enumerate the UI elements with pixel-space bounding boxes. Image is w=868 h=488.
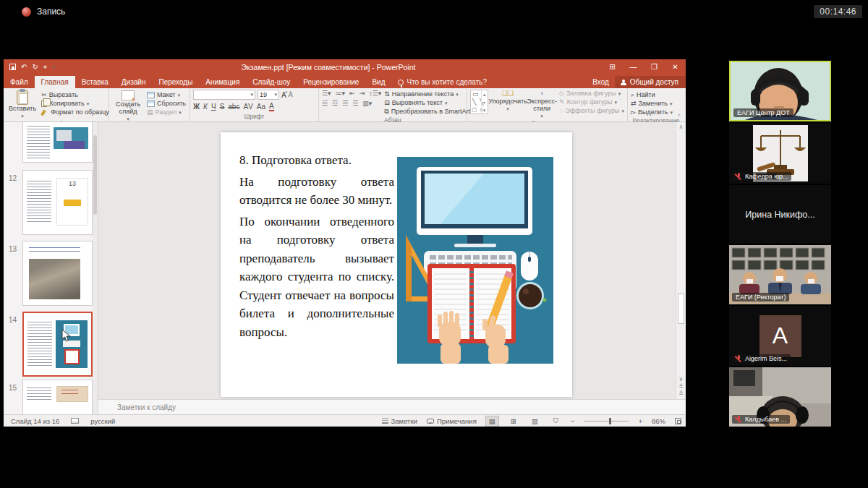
touch-mode-icon[interactable]: ⌖ [43,63,48,72]
next-slide-icon[interactable]: ≚ [676,390,686,398]
title-bar[interactable]: ↶ ↻ ⌖ ▾ Экзамен.ppt [Режим совместимости… [4,59,686,74]
notes-toggle[interactable]: Заметки [382,417,417,425]
shape-effects-button[interactable]: ◌Эффекты фигуры▾ [559,107,624,115]
collapse-ribbon-icon[interactable]: ＾ [676,112,682,120]
participant-tile-kafedra[interactable]: Кафедра юр... [729,123,831,184]
comments-toggle[interactable]: Примечания [427,417,477,425]
tell-me-box[interactable]: Что вы хотите сделать? [391,76,493,88]
layout-button[interactable]: Макет▾ [147,91,186,99]
participant-tile-aigerim[interactable]: A Aigerim Beis... [729,306,831,366]
shape-fill-button[interactable]: ◇Заливка фигуры▾ [559,90,624,98]
participant-tile-kaldybaev[interactable]: Калдыбаев ... [729,367,831,427]
scrollbar-thumb[interactable] [678,294,684,324]
slide-text-block[interactable]: 8. Подготовка ответа. На подготовку отве… [239,151,394,344]
window-controls[interactable]: ⊞ — ❐ ✕ [602,59,686,74]
scroll-down-icon[interactable]: ∨ [676,376,686,383]
notes-pane[interactable]: Заметки к слайду [98,399,686,414]
replace-button[interactable]: ⇄Заменить▾ [631,100,681,108]
language-label[interactable]: русский [90,417,115,425]
thumbnail-slide-12[interactable]: 13 [22,170,93,235]
thumbnail-slide-15[interactable] [22,380,93,414]
fit-to-window-icon[interactable] [675,418,681,424]
underline-button[interactable]: Ч [211,103,216,111]
sign-in-button[interactable]: Вход [587,76,615,88]
tab-design[interactable]: Дизайн [115,76,153,88]
zoom-level[interactable]: 86% [652,417,665,425]
font-color-button[interactable]: А [269,102,274,111]
zoom-in-button[interactable]: + [638,417,642,425]
ribbon-options-icon[interactable]: ⊞ [602,59,623,74]
cut-button[interactable]: ✂Вырезать [41,91,109,99]
strikethrough-button[interactable]: S [220,103,225,111]
indent-increase-button[interactable]: ⇥ [359,90,365,97]
shapes-gallery[interactable]: ▭ ╲ ╲ □ ○ □ △ ⌒ ⌒ ⇨ ⇩ ◠ ☆ ▲▾▼ [470,90,488,114]
tab-file[interactable]: Файл [4,76,35,88]
format-painter-button[interactable]: Формат по образцу [41,108,109,116]
reading-view-button[interactable]: ▥ [529,416,541,426]
tab-transitions[interactable]: Переходы [152,76,199,88]
select-button[interactable]: ▻Выделить▾ [631,108,681,116]
bullets-button[interactable]: ☰▾ [322,90,331,97]
vertical-scrollbar[interactable]: ∧ ∨ ≙ ≚ [676,122,686,399]
text-direction-button[interactable]: ⇅Направление текста▾ [384,90,475,98]
thumbnail-scrollbar[interactable] [93,122,98,414]
shape-outline-button[interactable]: ✎Контур фигуры▾ [559,98,624,106]
copy-button[interactable]: Копировать▾ [41,100,109,108]
grow-font-button[interactable]: А̂ [281,91,286,99]
restore-icon[interactable]: ❐ [644,59,665,74]
participant-tile-irina[interactable]: Ирина Никифо... [729,185,831,244]
participant-tile-eagi-dot[interactable]: ЕАГИ Центр ДОТ [729,61,831,121]
zoom-slider[interactable] [584,421,629,421]
bold-button[interactable]: Ж [193,103,200,111]
save-icon[interactable] [9,64,16,70]
share-button[interactable]: Общий доступ [615,76,686,88]
section-button[interactable]: ▤Раздел▾ [147,108,186,116]
justify-button[interactable]: ☰ [352,100,358,107]
font-size-combo[interactable]: 19▾ [258,90,279,100]
clear-format-button[interactable]: abc [228,103,239,111]
slide-sorter-view-button[interactable]: ⊞ [508,416,519,426]
reset-button[interactable]: Сбросить [147,100,186,108]
scroll-up-icon[interactable]: ∧ [676,124,686,130]
recording-indicator[interactable]: Запись [22,7,65,17]
shrink-font-button[interactable]: А̌ [289,91,293,98]
numbering-button[interactable]: ≔▾ [336,90,346,97]
align-text-button[interactable]: ⊟Выровнять текст▾ [384,99,475,107]
undo-icon[interactable]: ↶ [21,63,27,71]
redo-icon[interactable]: ↻ [32,63,38,71]
columns-button[interactable]: ▥▾ [362,100,372,107]
current-slide[interactable]: 8. Подготовка ответа. На подготовку отве… [221,132,572,397]
kerning-button[interactable]: АV [243,103,252,111]
previous-slide-icon[interactable]: ≙ [676,383,686,390]
close-icon[interactable]: ✕ [665,59,686,74]
align-right-button[interactable]: ☴ [342,100,348,107]
normal-view-button[interactable]: ▤ [486,416,498,426]
indent-decrease-button[interactable]: ⇤ [349,90,355,97]
qat-dropdown-icon[interactable]: ▾ [52,64,55,70]
participant-tile-rektorat[interactable]: ЕАГИ (Ректорат) [729,245,831,304]
tab-slideshow[interactable]: Слайд-шоу [246,76,297,88]
italic-button[interactable]: К [203,103,208,111]
minimize-icon[interactable]: — [623,59,644,74]
quick-styles-button[interactable]: ◗ Экспресс- стили▾ [527,90,556,119]
font-name-combo[interactable]: ▾ [193,90,255,100]
tab-view[interactable]: Вид [365,76,391,88]
thumbnail-slide-11[interactable] [22,122,93,163]
arrange-button[interactable]: ❏❏ Упорядочить▾ [491,90,524,112]
thumbnail-slide-14-selected[interactable] [22,312,93,377]
line-spacing-button[interactable]: ↕☰▾ [369,90,381,97]
slideshow-button[interactable]: ⛉ [550,416,561,426]
slide-canvas[interactable]: 8. Подготовка ответа. На подготовку отве… [98,122,686,399]
align-left-button[interactable]: ☱ [322,100,328,107]
tab-animations[interactable]: Анимация [199,76,246,88]
shapes-scroll[interactable]: ▲▾▼ [481,90,488,114]
paste-button[interactable]: Вставить▾ [7,90,38,120]
align-center-button[interactable]: ☲ [332,100,338,107]
thumbnail-slide-13[interactable] [22,241,93,306]
zoom-out-button[interactable]: − [571,417,575,425]
quick-access-toolbar[interactable]: ↶ ↻ ⌖ ▾ [4,63,55,72]
smartart-button[interactable]: ⧉Преобразовать в SmartArt▾ [384,108,475,116]
new-slide-button[interactable]: Создать слайд▾ [112,90,144,122]
tab-home[interactable]: Главная [35,76,75,88]
tab-insert[interactable]: Вставка [75,76,115,88]
